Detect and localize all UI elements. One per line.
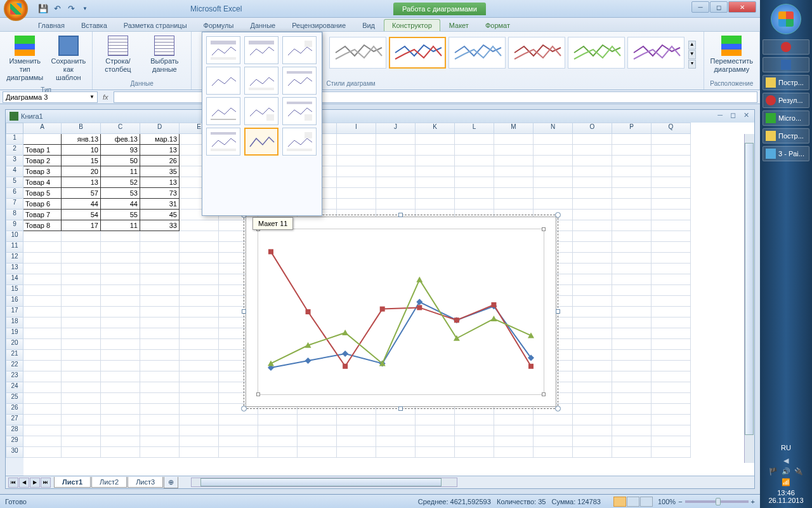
tab-insert[interactable]: Вставка xyxy=(74,20,115,31)
move-chart-button[interactable]: Переместить диаграмму xyxy=(707,33,757,76)
change-chart-type-button[interactable]: Изменить тип диаграммы xyxy=(3,33,48,85)
clock-date[interactable]: 26.11.2013 xyxy=(764,497,808,504)
qat-dropdown-icon[interactable]: ▼ xyxy=(79,3,91,15)
layout-11[interactable] xyxy=(244,128,278,156)
svg-rect-9 xyxy=(304,114,312,121)
tab-nav-last[interactable]: ⏭ xyxy=(41,478,51,488)
layout-7[interactable] xyxy=(206,97,240,125)
taskbar-item[interactable]: Постр... xyxy=(763,75,809,90)
chart-style-6[interactable] xyxy=(627,37,684,69)
undo-icon[interactable]: ↶ xyxy=(51,3,63,15)
tab-format[interactable]: Формат xyxy=(478,20,518,31)
layout-6[interactable] xyxy=(282,67,317,95)
app-title: Microsoft Excel xyxy=(190,4,242,13)
layout-4[interactable] xyxy=(206,67,240,95)
tab-home[interactable]: Главная xyxy=(30,20,72,31)
tab-design[interactable]: Конструктор xyxy=(384,19,440,31)
save-icon[interactable]: 💾 xyxy=(37,3,49,15)
chart-style-5[interactable] xyxy=(568,37,625,69)
zoom-slider[interactable] xyxy=(685,500,749,503)
volume-icon[interactable]: 🔊 xyxy=(782,467,790,476)
new-sheet-button[interactable]: ⊕ xyxy=(164,477,178,488)
taskbar-item[interactable] xyxy=(763,39,809,55)
save-as-template-button[interactable]: Сохранить как шаблон xyxy=(48,33,90,85)
switch-row-col-button[interactable]: Строка/столбец xyxy=(95,33,140,76)
zoom-in-button[interactable]: + xyxy=(751,498,755,505)
taskbar-item[interactable]: Micro... xyxy=(763,110,809,126)
layout-9[interactable] xyxy=(282,97,317,125)
zoom-label[interactable]: 100% xyxy=(658,498,676,505)
tab-view[interactable]: Вид xyxy=(355,20,383,31)
tray-expand-icon[interactable]: ◀ xyxy=(766,457,806,465)
lang-indicator[interactable]: RU xyxy=(764,444,808,451)
minimize-button[interactable]: ─ xyxy=(691,1,709,13)
workbook-window: Книга1 ─ ◻ ✕ 123456789101112131415161718… xyxy=(5,109,755,489)
taskbar-item[interactable] xyxy=(763,57,809,72)
chart-style-2[interactable] xyxy=(389,37,446,69)
svg-rect-26 xyxy=(417,305,422,310)
wb-restore-icon[interactable]: ◻ xyxy=(730,111,736,119)
sheet-tab-3[interactable]: Лист3 xyxy=(128,477,163,488)
select-all-corner[interactable] xyxy=(6,123,23,134)
horizontal-scrollbar[interactable] xyxy=(191,478,457,487)
view-page-layout-button[interactable] xyxy=(627,497,639,507)
layout-2[interactable] xyxy=(244,36,278,64)
sheet-tab-1[interactable]: Лист1 xyxy=(54,477,91,488)
tab-nav-prev[interactable]: ◀ xyxy=(19,478,29,488)
layout-1[interactable] xyxy=(206,36,240,64)
worksheet[interactable]: 1234567891011121314151617181920212223242… xyxy=(6,123,754,476)
svg-rect-12 xyxy=(304,132,312,138)
column-headers[interactable]: ABCDEFGHIJKLMNOPQ xyxy=(23,123,754,134)
layout-5[interactable] xyxy=(244,67,278,95)
svg-rect-29 xyxy=(528,364,534,369)
chart-style-1[interactable] xyxy=(329,37,386,69)
svg-rect-2 xyxy=(249,41,274,44)
plot-area[interactable] xyxy=(258,229,544,395)
network-icon[interactable]: 📶 xyxy=(782,478,790,486)
clock-time[interactable]: 13:46 xyxy=(764,489,808,497)
maximize-button[interactable]: ◻ xyxy=(710,1,728,13)
svg-rect-4 xyxy=(249,88,274,90)
layout-10[interactable] xyxy=(206,128,240,156)
tab-nav-first[interactable]: ⏮ xyxy=(8,478,18,488)
svg-marker-15 xyxy=(305,358,311,364)
group-location-label: Расположение xyxy=(709,79,754,88)
close-button[interactable]: ✕ xyxy=(728,1,756,13)
tab-nav-next[interactable]: ▶ xyxy=(30,478,40,488)
svg-rect-24 xyxy=(343,364,348,369)
style-scroll[interactable]: ▲▼▾ xyxy=(687,37,697,75)
wb-close-icon[interactable]: ✕ xyxy=(743,111,749,119)
svg-rect-27 xyxy=(454,318,459,323)
select-data-button[interactable]: Выбрать данные xyxy=(141,33,188,76)
taskbar-item[interactable]: Резул... xyxy=(763,93,809,108)
layout-8[interactable] xyxy=(244,97,278,125)
zoom-out-button[interactable]: − xyxy=(678,498,682,505)
vertical-scrollbar[interactable] xyxy=(744,134,754,463)
taskbar-item[interactable]: 3 - Pai... xyxy=(763,146,809,161)
office-button[interactable] xyxy=(4,0,28,21)
layout-tooltip: Макет 11 xyxy=(252,217,293,230)
layout-12[interactable] xyxy=(282,128,317,156)
tab-review[interactable]: Рецензирование xyxy=(284,20,353,31)
tab-page-layout[interactable]: Разметка страницы xyxy=(116,20,195,31)
layout-3[interactable] xyxy=(282,36,317,64)
svg-rect-13 xyxy=(287,149,312,151)
redo-icon[interactable]: ↷ xyxy=(65,3,77,15)
start-button[interactable] xyxy=(771,4,801,34)
chart-object[interactable] xyxy=(246,217,556,407)
view-page-break-button[interactable] xyxy=(640,497,653,507)
flag-icon[interactable]: 🏴 xyxy=(769,467,778,476)
taskbar-item[interactable]: Постр... xyxy=(763,128,809,144)
chart-style-3[interactable] xyxy=(449,37,506,69)
power-icon[interactable]: 🔌 xyxy=(794,467,803,476)
fx-icon[interactable]: fx xyxy=(103,93,108,101)
wb-minimize-icon[interactable]: ─ xyxy=(717,111,723,119)
tab-formulas[interactable]: Формулы xyxy=(196,20,242,31)
chart-style-4[interactable] xyxy=(508,37,565,69)
view-normal-button[interactable] xyxy=(613,497,626,507)
sheet-tab-2[interactable]: Лист2 xyxy=(91,477,127,488)
tab-data[interactable]: Данные xyxy=(242,20,283,31)
tab-layout[interactable]: Макет xyxy=(442,20,476,31)
svg-rect-8 xyxy=(287,102,312,104)
svg-marker-18 xyxy=(416,299,422,305)
